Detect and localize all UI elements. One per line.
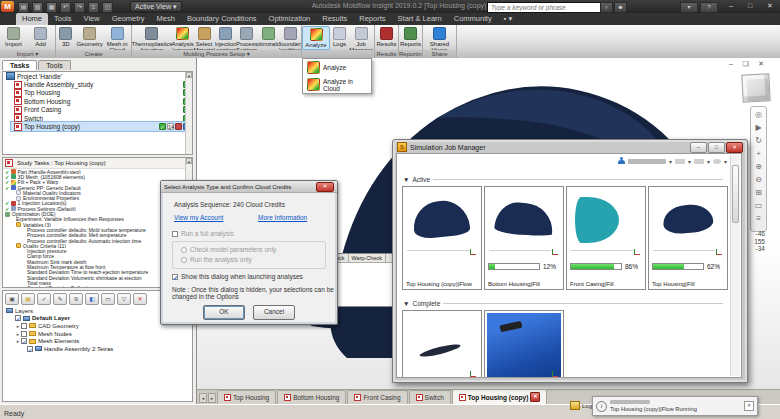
- help-search-input[interactable]: [487, 2, 603, 13]
- view-cube[interactable]: [741, 73, 770, 102]
- ribbon-tab[interactable]: Start & Learn: [392, 13, 448, 25]
- activate-layer-button[interactable]: ✓: [37, 293, 51, 305]
- geometry-button[interactable]: Geometry: [76, 26, 104, 50]
- ribbon-tab[interactable]: Results: [316, 13, 353, 25]
- new-layer-button[interactable]: ▣: [5, 293, 19, 305]
- expand-layers-button[interactable]: ◧: [85, 293, 99, 305]
- complete-section-header[interactable]: ▼ Complete: [403, 300, 723, 307]
- print-icon[interactable]: ≡: [88, 2, 99, 13]
- tab-scroll-left-icon[interactable]: ◂: [199, 393, 207, 403]
- menu-item-analyze[interactable]: Analyze: [303, 59, 371, 76]
- settings-arrow-icon[interactable]: ▾: [724, 158, 727, 165]
- layer-visibility-checkbox[interactable]: ✓: [21, 338, 27, 344]
- dialog-title-bar[interactable]: Select Analysis Type and Confirm Cloud C…: [161, 181, 337, 193]
- job-card[interactable]: 12% Bottom Housing|Fill: [484, 186, 564, 290]
- tab-close-icon[interactable]: ✕: [530, 392, 540, 402]
- layer-visibility-checkbox[interactable]: ✓: [15, 315, 21, 321]
- ribbon-tab[interactable]: Home: [16, 13, 48, 25]
- boundary-conditions-button[interactable]: Boundary Conditions: [279, 26, 301, 50]
- check-model-radio[interactable]: Check model parameters only: [181, 246, 276, 253]
- clean-layers-button[interactable]: ≋: [69, 293, 83, 305]
- layer-visibility-checkbox[interactable]: [21, 331, 27, 337]
- view-mode-icon[interactable]: [694, 159, 704, 164]
- completed-job-card[interactable]: [484, 310, 564, 378]
- ribbon-tab[interactable]: Mesh: [151, 13, 181, 25]
- study-tree-item[interactable]: Front Casing ✓: [11, 106, 192, 114]
- ribbon-tab[interactable]: Community: [448, 13, 498, 25]
- delete-layer-button[interactable]: ✕: [133, 293, 147, 305]
- user-menu-arrow-icon[interactable]: ▾: [669, 158, 672, 165]
- import-button[interactable]: Import: [0, 26, 27, 50]
- add-button[interactable]: Add: [27, 26, 54, 50]
- analysis-sequence-button[interactable]: Analysis Sequence: [172, 26, 194, 50]
- mesh-in-cloud-button[interactable]: Mesh in Cloud: [103, 26, 131, 50]
- ribbon-overflow-icon[interactable]: ▪ ▾: [498, 13, 519, 25]
- filter-layers-button[interactable]: ▽: [117, 293, 131, 305]
- zoom-in-icon[interactable]: ⊕: [753, 161, 764, 173]
- layer-folder-button[interactable]: ▤: [21, 293, 35, 305]
- reports-button[interactable]: Reports: [399, 26, 422, 50]
- menu-item-analyze-in-cloud[interactable]: Analyze in Cloud: [303, 76, 371, 93]
- ribbon-tab[interactable]: Geometry: [106, 13, 151, 25]
- job-manager-scrollbar[interactable]: [730, 155, 740, 376]
- close-button[interactable]: ✕: [760, 0, 780, 11]
- edit-layer-button[interactable]: ✎: [53, 293, 67, 305]
- show-dialog-checkbox[interactable]: ✓Show this dialog when launching analyse…: [172, 273, 303, 280]
- new-study-icon[interactable]: ▤: [18, 2, 29, 13]
- ribbon-tab[interactable]: Optimization: [263, 13, 317, 25]
- view-arrow-icon[interactable]: ▾: [707, 158, 710, 165]
- study-tab[interactable]: Switch: [409, 390, 451, 404]
- run-full-analysis-checkbox[interactable]: Run a full analysis: [172, 230, 234, 237]
- help-icon[interactable]: ?: [700, 2, 718, 13]
- zoom-fit-icon[interactable]: ▭: [753, 200, 764, 212]
- job-card[interactable]: 62% Top Housing|Fill: [648, 186, 728, 290]
- tab-warp-check[interactable]: Warp-Check: [349, 254, 386, 262]
- ribbon-tab[interactable]: Boundary Conditions: [181, 13, 263, 25]
- ok-button[interactable]: OK: [203, 305, 245, 320]
- ribbon-tab[interactable]: Reports: [353, 13, 391, 25]
- maximize-button[interactable]: □: [741, 0, 759, 11]
- study-tree-item[interactable]: Bottom Housing ✓: [11, 97, 192, 105]
- ribbon-tab[interactable]: View: [78, 13, 106, 25]
- moldflow-logo-icon[interactable]: M: [1, 1, 14, 12]
- layer-item[interactable]: ✓ Handle Assembly 2 Tetras: [3, 345, 192, 353]
- layer-item[interactable]: ▸ Mesh Nodes: [3, 330, 192, 338]
- search-icon[interactable]: ⌕: [600, 2, 613, 13]
- job-notification[interactable]: i Top Housing (copy)|Flow Running ✕: [592, 396, 758, 416]
- orbit-icon[interactable]: ↻: [753, 135, 764, 147]
- analyze-in-cloud-button[interactable]: Analyze in Cloud: [302, 26, 330, 50]
- ribbon-tab[interactable]: Tools: [48, 13, 78, 25]
- notification-close-icon[interactable]: ✕: [744, 401, 754, 411]
- process-settings-button[interactable]: Process Settings: [236, 26, 257, 50]
- select-material-button[interactable]: Select Material: [194, 26, 215, 50]
- sort-icon[interactable]: [675, 159, 685, 164]
- thermoplastics-injection-molding-button[interactable]: Thermoplastics Injection Molding: [132, 26, 172, 50]
- apps-icon[interactable]: ▾: [680, 2, 698, 13]
- tab-tools[interactable]: Tools: [38, 60, 70, 70]
- completed-job-card[interactable]: [402, 310, 482, 378]
- minimize-button[interactable]: –: [690, 142, 707, 153]
- save-icon[interactable]: ▦: [46, 2, 57, 13]
- open-icon[interactable]: ▧: [32, 2, 43, 13]
- close-button[interactable]: ✕: [726, 142, 743, 153]
- active-view-dropdown[interactable]: Active View ▾: [130, 1, 182, 12]
- zoom-out-icon[interactable]: ⊖: [753, 174, 764, 186]
- results-button[interactable]: Results: [375, 26, 398, 50]
- optimization-button[interactable]: Optimization: [257, 26, 279, 50]
- log-indicator[interactable]: Log: [570, 401, 592, 410]
- view-account-link[interactable]: View my Account: [174, 214, 223, 221]
- tab-scroll-right-icon[interactable]: ▸: [208, 393, 216, 403]
- more-information-link[interactable]: More Information: [258, 214, 307, 221]
- active-section-header[interactable]: ▼ Active: [403, 176, 723, 183]
- 3d-button[interactable]: 3D: [56, 26, 76, 50]
- shared-views-button[interactable]: Shared Views: [423, 26, 456, 50]
- project-root[interactable]: Project 'Handle': [3, 72, 192, 80]
- select-cursor-icon[interactable]: ▶: [753, 122, 764, 134]
- measure-icon[interactable]: ≡: [753, 213, 764, 225]
- nav-wheel-icon[interactable]: ◎: [753, 109, 764, 121]
- account-icon[interactable]: ☻: [614, 2, 627, 13]
- study-tree-item[interactable]: Handle Assembly_study ✓: [11, 80, 192, 88]
- study-tree-item[interactable]: Switch ✓: [11, 114, 192, 122]
- layer-item[interactable]: ▸ ✓ Mesh Elements: [3, 337, 192, 345]
- study-tab[interactable]: Bottom Housing: [277, 390, 346, 404]
